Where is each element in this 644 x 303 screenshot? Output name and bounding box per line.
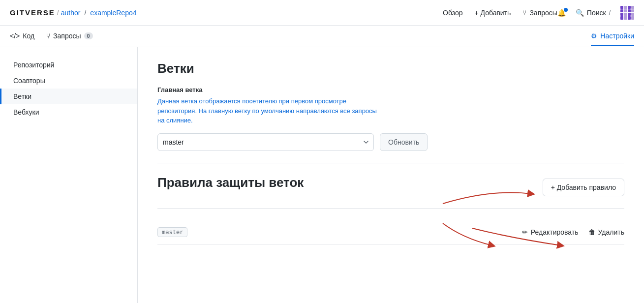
main-branch-desc: Данная ветка отображается посетителю при… [157,96,384,125]
sidebar-item-coauthors-label: Соавторы [13,77,45,85]
sidebar-item-branches-label: Ветки [13,92,31,100]
logo-text: GITVERSE [10,8,55,17]
nav-add-label: + Добавить [474,9,511,17]
rule-actions: ✏ Редактировать 🗑 Удалить [522,228,624,236]
merge-icon: ⑂ [522,9,526,17]
nav-requests-label: Запросы [529,9,557,17]
nav-overview-label: Обзор [443,9,462,17]
sidebar-item-repo[interactable]: Репозиторий [0,57,137,73]
search-label: Поиск [587,9,606,17]
search-button[interactable]: 🔍 Поиск / [576,9,611,17]
branch-select[interactable]: master [157,133,374,151]
code-icon: </> [10,32,20,40]
layout: Репозиторий Соавторы Ветки Вебхуки Ветки… [0,47,644,303]
header-path: author / exampleRepo4 [61,9,137,17]
notification-bell[interactable]: 🔔 [557,9,566,17]
branches-section: Ветки Главная ветка Данная ветка отображ… [157,61,624,244]
edit-icon: ✏ [522,228,528,236]
repo-link[interactable]: exampleRepo4 [90,9,136,17]
sub-nav-settings-label: Настройки [600,32,634,40]
sub-nav: </> Код ⑂ Запросы 0 ⚙ Настройки [0,26,644,47]
logo[interactable]: GITVERSE [10,8,55,17]
nav-add[interactable]: + Добавить [474,9,511,17]
rule-badge: master [157,227,187,237]
sidebar-item-coauthors[interactable]: Соавторы [0,73,137,89]
sidebar-item-webhooks-label: Вебхуки [13,108,39,116]
branch-select-row: master Обновить [157,133,624,151]
author-link[interactable]: author [61,9,81,17]
add-rule-button[interactable]: + Добавить правило [543,179,624,196]
sidebar-item-repo-label: Репозиторий [13,61,54,69]
nav-overview[interactable]: Обзор [443,9,462,17]
merge-icon: ⑂ [46,32,50,40]
edit-rule-button[interactable]: ✏ Редактировать [522,228,579,236]
sidebar-item-branches[interactable]: Ветки [0,89,137,104]
section-divider-2 [157,208,624,209]
protection-title: Правила защиты веток [157,175,304,190]
header: GITVERSE / author / exampleRepo4 Обзор +… [0,0,644,26]
sub-nav-code-label: Код [23,32,34,40]
main-content: Ветки Главная ветка Данная ветка отображ… [138,47,644,303]
protection-header: Правила защиты веток + Добавить правило [157,175,624,200]
section-divider-1 [157,163,624,163]
header-nav: Обзор + Добавить ⑂ Запросы [443,9,557,17]
search-shortcut: / [609,9,611,16]
sidebar: Репозиторий Соавторы Ветки Вебхуки [0,47,138,303]
notification-dot [564,8,568,12]
settings-icon: ⚙ [591,32,597,40]
header-sep2: / [84,9,86,17]
nav-requests[interactable]: ⑂ Запросы [522,9,557,17]
sidebar-item-webhooks[interactable]: Вебхуки [0,104,137,120]
sub-nav-code[interactable]: </> Код [10,27,34,46]
search-icon: 🔍 [576,9,584,17]
table-row: master ✏ Редактировать 🗑 Удалить [157,220,624,244]
branches-title: Ветки [157,61,624,76]
sub-nav-requests[interactable]: ⑂ Запросы 0 [46,27,93,46]
sub-nav-settings[interactable]: ⚙ Настройки [591,27,634,46]
main-branch-label: Главная ветка [157,86,624,93]
avatar[interactable] [620,6,634,20]
sub-nav-left: </> Код ⑂ Запросы 0 [10,27,93,46]
trash-icon: 🗑 [588,228,595,236]
requests-badge: 0 [84,32,93,39]
sub-nav-requests-label: Запросы [53,32,81,40]
sub-nav-right: ⚙ Настройки [591,27,634,46]
header-sep1: / [57,9,59,17]
header-actions: 🔔 🔍 Поиск / [557,6,634,20]
delete-rule-button[interactable]: 🗑 Удалить [588,228,624,236]
edit-rule-label: Редактировать [531,228,579,236]
delete-rule-label: Удалить [598,228,624,236]
update-button[interactable]: Обновить [380,133,428,151]
